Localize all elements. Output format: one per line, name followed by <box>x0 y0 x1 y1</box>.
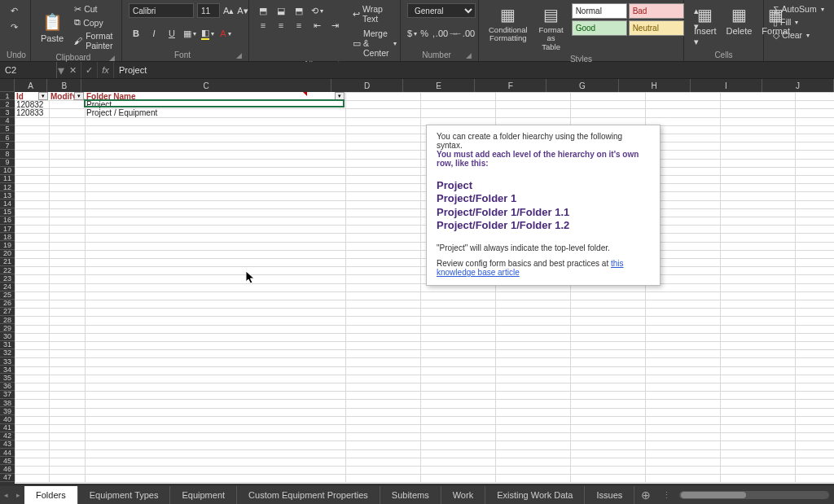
cancel-formula-button[interactable]: ✕ <box>65 62 81 78</box>
cell-c3[interactable]: Project / Equipment <box>85 108 345 116</box>
new-sheet-button[interactable]: ⊕ <box>634 486 657 504</box>
column-header-H[interactable]: H <box>619 79 691 92</box>
row-header-40[interactable]: 40 <box>0 415 15 423</box>
column-header-G[interactable]: G <box>546 79 618 92</box>
sheet-tab-subitems[interactable]: Subitems <box>380 486 441 504</box>
formula-input[interactable] <box>114 62 834 78</box>
copy-button[interactable]: ⧉Copy <box>72 16 115 28</box>
scroll-split-handle[interactable]: ⋮ <box>662 490 671 501</box>
row-header-38[interactable]: 38 <box>0 399 15 407</box>
align-top-button[interactable]: ⬒ <box>256 3 270 18</box>
row-header-14[interactable]: 14 <box>0 199 15 208</box>
italic-button[interactable]: I <box>147 26 161 41</box>
filter-button-C1[interactable]: ▾ <box>335 92 345 100</box>
format-as-table-button[interactable]: ▤ Format as Table <box>536 3 567 53</box>
font-name-select[interactable] <box>129 3 194 18</box>
row-header-45[interactable]: 45 <box>0 457 15 465</box>
clipboard-dialog-launcher[interactable]: ◢ <box>109 54 115 62</box>
autosum-button[interactable]: ∑AutoSum <box>770 3 823 15</box>
increase-indent-button[interactable]: ⇥ <box>327 18 342 33</box>
column-header-F[interactable]: F <box>475 79 546 92</box>
row-header-15[interactable]: 15 <box>0 208 15 217</box>
sheet-tab-issues[interactable]: Issues <box>585 486 634 504</box>
align-left-button[interactable]: ≡ <box>256 18 270 33</box>
undo-button[interactable]: ↶ <box>7 3 21 18</box>
row-header-5[interactable]: 5 <box>0 125 15 134</box>
delete-cells-button[interactable]: ▦Delete <box>723 3 756 37</box>
underline-button[interactable]: U <box>165 26 179 41</box>
accounting-format-button[interactable]: $ <box>407 26 417 41</box>
cell-c2[interactable]: Project <box>85 100 345 108</box>
row-header-6[interactable]: 6 <box>0 134 15 142</box>
sheet-tab-equipment[interactable]: Equipment <box>170 486 237 504</box>
filter-button-A1[interactable]: ▾ <box>38 92 48 100</box>
row-header-47[interactable]: 47 <box>0 474 15 482</box>
paste-button[interactable]: 📋 Paste <box>37 3 67 51</box>
column-header-E[interactable]: E <box>403 79 475 92</box>
increase-font-button[interactable]: A▴ <box>223 3 234 18</box>
column-header-D[interactable]: D <box>331 79 403 92</box>
align-right-button[interactable]: ≡ <box>292 18 306 33</box>
borders-button[interactable]: ▦ <box>182 26 197 41</box>
row-header-26[interactable]: 26 <box>0 300 15 308</box>
cell-a2[interactable]: 120832 <box>15 100 49 108</box>
column-header-C[interactable]: C <box>81 79 331 92</box>
row-header-24[interactable]: 24 <box>0 283 15 291</box>
row-header-9[interactable]: 9 <box>0 159 15 167</box>
row-header-25[interactable]: 25 <box>0 291 15 300</box>
orientation-button[interactable]: ⟲ <box>309 3 324 18</box>
select-all-corner[interactable] <box>0 79 15 92</box>
font-dialog-launcher[interactable]: ◢ <box>236 51 242 59</box>
decrease-indent-button[interactable]: ⇤ <box>309 18 324 33</box>
knowledge-base-link[interactable]: this knowledge base article <box>437 259 624 277</box>
insert-function-button[interactable]: fx <box>98 62 114 78</box>
row-header-32[interactable]: 32 <box>0 349 15 357</box>
style-neutral[interactable]: Neutral <box>629 20 684 36</box>
sheet-tab-existing-work-data[interactable]: Existing Work Data <box>485 486 585 504</box>
row-header-29[interactable]: 29 <box>0 324 15 332</box>
horizontal-scrollbar[interactable] <box>679 491 829 499</box>
row-header-10[interactable]: 10 <box>0 167 15 175</box>
row-header-44[interactable]: 44 <box>0 449 15 457</box>
row-header-16[interactable]: 16 <box>0 217 15 225</box>
row-header-21[interactable]: 21 <box>0 258 15 266</box>
row-header-2[interactable]: 2 <box>0 100 15 108</box>
row-header-19[interactable]: 19 <box>0 241 15 249</box>
row-header-20[interactable]: 20 <box>0 250 15 258</box>
font-size-select[interactable] <box>197 3 220 18</box>
row-header-39[interactable]: 39 <box>0 407 15 415</box>
tab-nav-prev[interactable]: ▸ <box>12 486 24 504</box>
align-middle-button[interactable]: ⬓ <box>274 3 288 18</box>
row-header-7[interactable]: 7 <box>0 142 15 150</box>
row-header-8[interactable]: 8 <box>0 150 15 158</box>
enter-formula-button[interactable]: ✓ <box>81 62 98 78</box>
font-color-button[interactable]: A <box>218 26 233 41</box>
row-header-34[interactable]: 34 <box>0 366 15 374</box>
row-header-12[interactable]: 12 <box>0 183 15 191</box>
number-format-select[interactable]: General <box>407 3 476 18</box>
horizontal-scrollbar-thumb[interactable] <box>681 492 746 498</box>
percent-format-button[interactable]: % <box>420 26 428 41</box>
style-good[interactable]: Good <box>572 20 627 36</box>
row-header-42[interactable]: 42 <box>0 432 15 440</box>
number-dialog-launcher[interactable]: ◢ <box>466 51 472 59</box>
redo-button[interactable]: ↷ <box>7 20 21 34</box>
sheet-tab-work[interactable]: Work <box>441 486 485 504</box>
insert-cells-button[interactable]: ▦Insert <box>691 3 720 37</box>
increase-decimal-button[interactable]: .00→ <box>439 26 454 41</box>
row-header-22[interactable]: 22 <box>0 266 15 274</box>
name-box[interactable] <box>0 62 57 78</box>
row-header-31[interactable]: 31 <box>0 341 15 349</box>
column-header-A[interactable]: A <box>15 79 47 92</box>
sheet-tab-custom-equipment-properties[interactable]: Custom Equipment Properties <box>237 486 380 504</box>
cut-button[interactable]: ✂Cut <box>72 3 115 15</box>
tab-nav-first[interactable]: ◂ <box>0 486 12 504</box>
style-bad[interactable]: Bad <box>629 3 684 19</box>
cells-area[interactable]: IdModify Ex.Folder Name▾▾▾120832120833Pr… <box>15 92 834 484</box>
name-box-dropdown[interactable]: ▾ <box>57 62 65 78</box>
row-header-35[interactable]: 35 <box>0 374 15 382</box>
cell-a3[interactable]: 120833 <box>15 108 49 116</box>
row-header-13[interactable]: 13 <box>0 191 15 199</box>
row-header-27[interactable]: 27 <box>0 308 15 316</box>
row-header-23[interactable]: 23 <box>0 274 15 283</box>
